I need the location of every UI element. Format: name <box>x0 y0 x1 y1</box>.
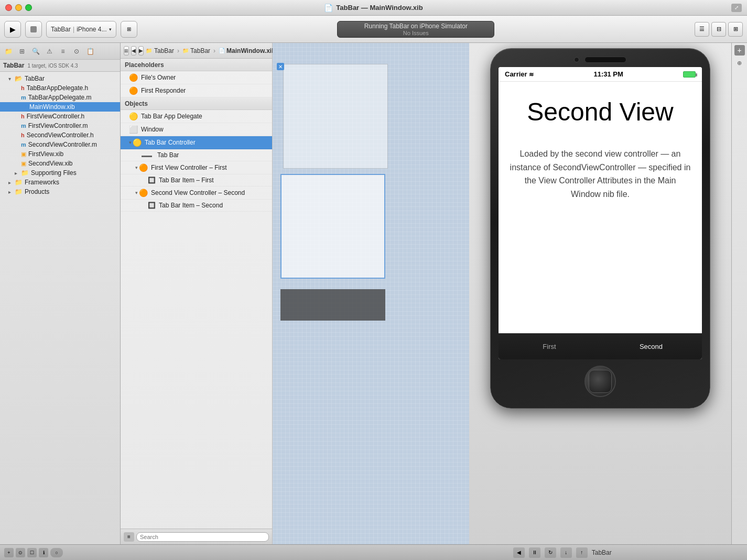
ib-placeholders-header: Placeholders <box>121 59 272 71</box>
phone-content: Second View Loaded by the second view co… <box>499 82 702 333</box>
status-icon-box[interactable]: ☐ <box>27 548 37 557</box>
maximize-button[interactable] <box>25 4 32 11</box>
sidebar-item-tabbar-group[interactable]: 📂 TabBar <box>0 74 120 83</box>
sidebar-item-products[interactable]: 📁 Products <box>0 187 120 196</box>
editor-grid-button[interactable]: ⊞ <box>124 46 129 56</box>
status-left-btn[interactable]: + <box>4 548 14 557</box>
xib-file-icon: ▣ <box>21 160 26 167</box>
minimize-button[interactable] <box>15 4 22 11</box>
close-button[interactable] <box>5 4 12 11</box>
sidebar-item-tabbarappdelegate-h[interactable]: h TabBarAppDelegate.h <box>0 83 120 93</box>
sidebar-item-secondviewcontroller-h[interactable]: h SecondViewController.h <box>0 130 120 140</box>
add-button[interactable]: + <box>734 45 745 56</box>
ib-item-label: First Responder <box>141 87 186 94</box>
status-icon-info[interactable]: ℹ <box>39 548 48 557</box>
sidebar-item-firstviewcontroller-h[interactable]: h FirstViewController.h <box>0 112 120 121</box>
run-status-text: Running TabBar on iPhone Simulator <box>348 23 483 30</box>
files-owner-icon: 🟠 <box>129 73 138 82</box>
sidebar-item-tabbarappdelegate-m[interactable]: m TabBarAppDelegate.m <box>0 93 120 102</box>
sidebar-item-label: TabBar <box>25 75 45 82</box>
tab-first[interactable]: First <box>499 334 600 359</box>
sidebar-item-secondviewcontroller-m[interactable]: m SecondViewController.m <box>0 140 120 149</box>
ib-search-input[interactable] <box>136 532 269 542</box>
h-file-icon: h <box>21 85 25 91</box>
build-btn-left[interactable]: ◀ <box>513 547 525 558</box>
window-controls <box>5 4 32 11</box>
chevron-down-icon[interactable] <box>135 190 138 195</box>
sidebar-item-firstviewcontroller-m[interactable]: m FirstViewController.m <box>0 121 120 130</box>
ib-panel-footer: ≡ <box>121 529 272 544</box>
ib-item-window[interactable]: ⬜ Window <box>121 123 272 136</box>
sidebar-item-supporting-files[interactable]: 📁 Supporting Files <box>0 168 120 178</box>
ib-item-second-view-controller[interactable]: 🟠 Second View Controller – Second <box>121 186 272 200</box>
breadcrumb-tabbar-1[interactable]: TabBar <box>154 47 174 54</box>
xib-file-icon: 🗒 <box>21 103 27 111</box>
stop-button[interactable] <box>25 21 42 38</box>
build-btn-down[interactable]: ↓ <box>560 547 572 558</box>
sidebar-item-label: FirstViewController.h <box>27 113 84 120</box>
folder-icon: 📁 <box>15 188 23 195</box>
sidebar: 📁 ⊞ 🔍 ⚠ ≡ ⊙ 📋 TabBar 1 target, iOS SDK 4… <box>0 43 121 544</box>
canvas-frame-2[interactable] <box>280 174 385 279</box>
chevron-down-icon: ▾ <box>109 27 112 32</box>
bottom-left: + ⊙ ☐ ℹ ○ <box>0 545 378 560</box>
editor-forward-button[interactable]: ▶ <box>138 46 144 56</box>
ib-item-tab-bar-item-first[interactable]: 🔲 Tab Bar Item – First <box>121 174 272 186</box>
xib-canvas: ✕ <box>273 43 469 544</box>
first-vc-icon: 🟠 <box>139 163 148 172</box>
warning-icon-btn[interactable]: ⚠ <box>43 46 56 57</box>
folder-icon-btn[interactable]: 📁 <box>2 46 15 57</box>
sidebar-item-firstview-xib[interactable]: ▣ FirstView.xib <box>0 149 120 159</box>
phone-status-bar: Carrier ≋ 11:31 PM <box>499 67 702 82</box>
log-icon-btn[interactable]: 📋 <box>84 46 96 57</box>
status-icon-clock[interactable]: ⊙ <box>16 548 25 557</box>
xib-file-icon: ▣ <box>21 151 26 158</box>
home-button[interactable] <box>584 366 616 397</box>
sidebar-item-label: Supporting Files <box>31 169 77 177</box>
run-button[interactable]: ▶ <box>4 21 21 38</box>
ib-item-first-responder[interactable]: 🟠 First Responder <box>121 84 272 97</box>
inspector-icon-btn-1[interactable]: ⊕ <box>733 57 746 69</box>
tab-second[interactable]: Second <box>600 334 702 359</box>
breadcrumb-tabbar-2[interactable]: 📁 TabBar <box>182 47 210 54</box>
grid-icon-btn[interactable]: ⊞ <box>16 46 28 57</box>
ib-item-label: Second View Controller – Second <box>151 189 245 196</box>
placeholders-label: Placeholders <box>125 61 164 69</box>
search-icon-btn[interactable]: 🔍 <box>29 46 42 57</box>
sidebar-item-label: SecondViewController.h <box>27 131 94 139</box>
ib-view-toggle[interactable]: ≡ <box>124 532 134 542</box>
chevron-down-icon[interactable] <box>129 140 132 145</box>
breadcrumb-mainwindow[interactable]: 📄 MainWindow.xib <box>219 47 275 54</box>
folder-icon: 📁 <box>21 169 29 177</box>
scheme-selector[interactable]: TabBar | iPhone 4... ▾ <box>46 21 116 38</box>
sidebar-toolbar: 📁 ⊞ 🔍 ⚠ ≡ ⊙ 📋 <box>0 43 120 60</box>
h-file-icon: h <box>21 113 25 119</box>
ib-item-first-view-controller[interactable]: 🟠 First View Controller – First <box>121 161 272 174</box>
filter-icon-btn[interactable]: ≡ <box>57 46 69 57</box>
debug-toggle[interactable]: ⊟ <box>711 22 726 37</box>
ib-item-files-owner[interactable]: 🟠 File's Owner <box>121 71 272 84</box>
sidebar-item-frameworks[interactable]: 📁 Frameworks <box>0 178 120 187</box>
navigator-toggle[interactable]: ☰ <box>695 22 709 37</box>
build-btn-up[interactable]: ↑ <box>576 547 588 558</box>
activity-button[interactable]: ⊞ <box>121 21 137 38</box>
utilities-toggle[interactable]: ⊞ <box>728 22 743 37</box>
canvas-close-btn[interactable]: ✕ <box>277 63 284 70</box>
chevron-down-icon[interactable] <box>135 165 138 170</box>
ib-item-label: Tab Bar <box>157 151 179 159</box>
build-btn-refresh[interactable]: ↻ <box>545 547 556 558</box>
sidebar-item-secondview-xib[interactable]: ▣ SecondView.xib <box>0 159 120 168</box>
expand-button[interactable]: ⤢ <box>731 4 742 12</box>
ib-item-tab-bar-item-second[interactable]: 🔲 Tab Bar Item – Second <box>121 200 272 212</box>
sidebar-item-mainwindow-xib[interactable]: 🗒 MainWindow.xib <box>0 102 120 112</box>
main-toolbar: ▶ TabBar | iPhone 4... ▾ ⊞ Running TabBa… <box>0 16 747 43</box>
ib-item-tab-bar-app-delegate[interactable]: 🟡 Tab Bar App Delegate <box>121 110 272 123</box>
breakpoint-icon-btn[interactable]: ⊙ <box>70 46 83 57</box>
ib-item-tab-bar-controller[interactable]: 🟡 Tab Bar Controller <box>121 136 272 149</box>
m-file-icon: m <box>21 123 26 129</box>
build-btn-pause[interactable]: ⏸ <box>529 547 540 558</box>
sidebar-item-label: TabBarAppDelegate.h <box>27 84 88 92</box>
status-icon-circle[interactable]: ○ <box>50 548 63 557</box>
editor-back-button[interactable]: ◀ <box>131 46 136 56</box>
ib-item-tab-bar[interactable]: ▬▬ Tab Bar <box>121 149 272 161</box>
